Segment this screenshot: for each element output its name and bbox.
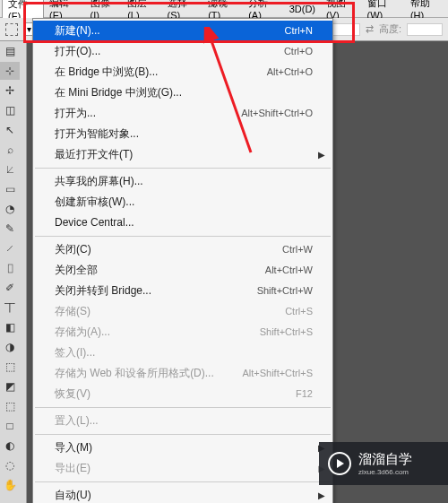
menu-item[interactable]: 打开(O)...Ctrl+O bbox=[33, 41, 332, 62]
height-input[interactable] bbox=[407, 23, 443, 36]
watermark-sub: zixue.3d66.com bbox=[358, 468, 412, 476]
menu-item[interactable]: 关闭并转到 Bridge...Shift+Ctrl+W bbox=[33, 281, 332, 301]
menu-item[interactable]: 关闭全部Alt+Ctrl+W bbox=[33, 260, 332, 281]
menu-item[interactable]: 导入(M)▶ bbox=[33, 438, 332, 458]
menu-item-shortcut: Ctrl+W bbox=[282, 242, 313, 257]
menu-item: 导出(E)▶ bbox=[33, 458, 332, 479]
menu-item[interactable]: 共享我的屏幕(H)... bbox=[33, 171, 332, 192]
menu-item[interactable]: 打开为...Alt+Shift+Ctrl+O bbox=[33, 103, 332, 124]
menubar: 文件(F) 编辑(E) 图像(I) 图层(L) 选择(S) 滤镜(T) 分析(A… bbox=[0, 0, 448, 18]
menu-item: 存储(S)Ctrl+S bbox=[33, 301, 332, 322]
menu-item-label: 最近打开文件(T) bbox=[55, 147, 133, 162]
menu-item-shortcut: Ctrl+O bbox=[284, 44, 313, 59]
menu-item[interactable]: 新建(N)...Ctrl+N bbox=[33, 21, 332, 41]
menu-item-shortcut: Ctrl+S bbox=[285, 304, 313, 319]
menu-item-label: 创建新审核(W)... bbox=[55, 195, 134, 210]
tool-icon[interactable]: ◑ bbox=[0, 338, 20, 356]
menu-item[interactable]: 创建新审核(W)... bbox=[33, 192, 332, 212]
tool-icon[interactable]: ⟀ bbox=[0, 160, 20, 178]
menu-item-label: 签入(I)... bbox=[55, 345, 95, 360]
menu-item-label: 关闭并转到 Bridge... bbox=[55, 283, 151, 299]
menu-item-label: 导出(E) bbox=[55, 461, 90, 476]
submenu-arrow-icon: ▶ bbox=[318, 147, 325, 162]
menu-item-shortcut: Ctrl+N bbox=[285, 23, 313, 39]
menu-item-label: 存储为 Web 和设备所用格式(D)... bbox=[55, 366, 214, 381]
menu-item[interactable]: Device Central... bbox=[33, 212, 332, 233]
tool-icon[interactable]: ⌕ bbox=[0, 496, 20, 503]
tool-icon[interactable]: ◫ bbox=[0, 101, 20, 119]
menu-item: 恢复(V)F12 bbox=[33, 384, 332, 404]
menu-item[interactable]: 打开为智能对象... bbox=[33, 124, 332, 144]
tool-icon[interactable]: ⟋ bbox=[0, 239, 20, 257]
menu-item-label: 存储为(A)... bbox=[55, 325, 110, 340]
tool-icon[interactable]: ✐ bbox=[0, 279, 20, 297]
tool-icon[interactable]: ⊹ bbox=[0, 62, 20, 80]
menu-item[interactable]: 最近打开文件(T)▶ bbox=[33, 144, 332, 165]
menu-item-shortcut: Alt+Shift+Ctrl+O bbox=[241, 106, 313, 121]
swap-icon[interactable]: ⇄ bbox=[366, 23, 374, 35]
tool-icon[interactable]: □ bbox=[0, 417, 20, 435]
menu-item-label: 打开为... bbox=[55, 106, 96, 121]
menu-item-label: 置入(L)... bbox=[55, 413, 99, 429]
menu-item-shortcut: Alt+Ctrl+W bbox=[265, 263, 313, 278]
menu-item-label: 存储(S) bbox=[55, 304, 90, 319]
menu-item-label: 恢复(V) bbox=[55, 386, 90, 402]
menu-item[interactable]: 在 Bridge 中浏览(B)...Alt+Ctrl+O bbox=[33, 62, 332, 82]
menu-separator bbox=[35, 481, 331, 482]
menu-item-label: 自动(U) bbox=[55, 488, 91, 503]
menu-item-label: 打开(O)... bbox=[55, 44, 100, 59]
menu-item: 签入(I)... bbox=[33, 343, 332, 363]
submenu-arrow-icon: ▶ bbox=[318, 488, 325, 503]
tool-icon[interactable]: ⬚ bbox=[0, 358, 20, 376]
tool-icon[interactable]: ⬚ bbox=[0, 397, 20, 415]
tool-icon[interactable]: ◩ bbox=[0, 377, 20, 395]
menu-item-label: 导入(M) bbox=[55, 440, 92, 455]
menu-item-label: 新建(N)... bbox=[55, 23, 100, 39]
menu-separator bbox=[35, 434, 331, 435]
tool-icon[interactable]: ⌕ bbox=[0, 141, 20, 159]
menu-item: 存储为(A)...Shift+Ctrl+S bbox=[33, 322, 332, 343]
tool-icon[interactable]: 丅 bbox=[0, 299, 20, 317]
menu-item-label: 打开为智能对象... bbox=[55, 126, 139, 142]
tool-icon[interactable]: ▤ bbox=[0, 42, 20, 60]
tool-icon[interactable]: ◐ bbox=[0, 437, 20, 455]
watermark: 溜溜自学 zixue.3d66.com bbox=[319, 442, 448, 485]
tool-icon[interactable]: ↖ bbox=[0, 121, 20, 139]
tools-panel: ▤⊹✢◫↖⌕⟀▭◔✎⟋⌷✐丅◧◑⬚◩⬚□◐◌✋⌕ bbox=[0, 41, 27, 503]
menu-item[interactable]: 在 Mini Bridge 中浏览(G)... bbox=[33, 82, 332, 103]
menu-item-label: 关闭(C) bbox=[55, 242, 91, 257]
menu-item-label: 共享我的屏幕(H)... bbox=[55, 174, 143, 189]
menu-item[interactable]: 自动(U)▶ bbox=[33, 485, 332, 503]
menu-3d[interactable]: 3D(D) bbox=[284, 2, 321, 16]
file-dropdown-menu: 新建(N)...Ctrl+N打开(O)...Ctrl+O在 Bridge 中浏览… bbox=[32, 18, 333, 503]
tool-icon[interactable]: ⌷ bbox=[0, 259, 20, 277]
menu-item-shortcut: Shift+Ctrl+S bbox=[260, 325, 313, 340]
menu-item: 存储为 Web 和设备所用格式(D)...Alt+Shift+Ctrl+S bbox=[33, 363, 332, 384]
watermark-text: 溜溜自学 bbox=[358, 451, 412, 466]
menu-separator bbox=[35, 236, 331, 237]
menu-item-label: 在 Mini Bridge 中浏览(G)... bbox=[55, 85, 182, 100]
menu-separator bbox=[35, 168, 331, 169]
play-icon bbox=[328, 452, 351, 475]
menu-item-shortcut: F12 bbox=[296, 386, 313, 402]
menu-separator bbox=[35, 407, 331, 408]
menu-item-shortcut: Alt+Shift+Ctrl+S bbox=[242, 366, 313, 381]
tool-icon[interactable]: ◔ bbox=[0, 200, 20, 218]
height-label: 高度: bbox=[379, 22, 401, 36]
menu-item-label: Device Central... bbox=[55, 215, 134, 230]
tool-icon[interactable]: ◧ bbox=[0, 318, 20, 336]
menu-item: 置入(L)... bbox=[33, 411, 332, 431]
tool-icon[interactable]: ◌ bbox=[0, 456, 20, 474]
menu-item[interactable]: 关闭(C)Ctrl+W bbox=[33, 239, 332, 260]
tool-icon[interactable]: ▭ bbox=[0, 180, 20, 198]
menu-item-label: 在 Bridge 中浏览(B)... bbox=[55, 65, 158, 80]
marquee-tool-icon[interactable] bbox=[5, 23, 18, 36]
tool-icon[interactable]: ✎ bbox=[0, 220, 20, 238]
menu-item-shortcut: Shift+Ctrl+W bbox=[257, 283, 313, 299]
tool-icon[interactable]: ✢ bbox=[0, 82, 20, 100]
tool-icon[interactable]: ✋ bbox=[0, 476, 20, 494]
menu-item-label: 关闭全部 bbox=[55, 263, 98, 278]
menu-item-shortcut: Alt+Ctrl+O bbox=[267, 65, 313, 80]
